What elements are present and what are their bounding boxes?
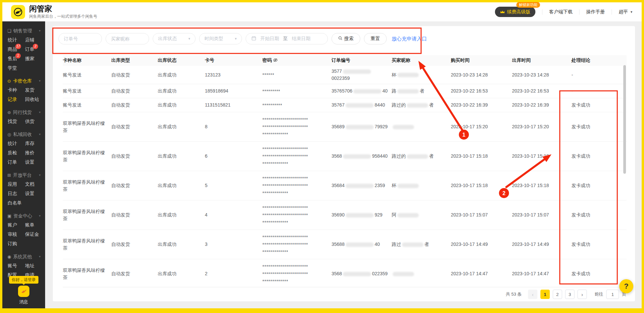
- sidebar-item-地址[interactable]: 地址: [25, 263, 34, 268]
- client-download-link[interactable]: 客户端下载: [549, 9, 572, 15]
- sidebar-item-订购[interactable]: 订购: [8, 241, 17, 246]
- cell-order-no: 357678440: [332, 98, 392, 112]
- app-subtitle: 闲鱼商家后台，一站式管理多个闲鱼号: [29, 14, 97, 19]
- sidebar-item-质检[interactable]: 质检: [8, 150, 17, 155]
- sidebar-section-head-private-recycle[interactable]: ◎私域回收▼: [7, 130, 42, 139]
- chevron-down-icon: ▼: [38, 133, 41, 136]
- sidebar-item-账户[interactable]: 账户: [8, 222, 17, 227]
- table-row: 账号发送自动发货出库成功1131515821**********35767844…: [63, 98, 627, 112]
- sidebar-item-发货[interactable]: 发货: [25, 88, 34, 93]
- sidebar-item-卡种[interactable]: 卡种: [8, 88, 17, 93]
- cell-password: ******: [262, 66, 332, 84]
- sidebar-item-统计[interactable]: 统计: [8, 141, 17, 146]
- sidebar-item-推价[interactable]: 推价: [25, 150, 34, 155]
- help-button[interactable]: ?: [619, 279, 633, 293]
- redacted-blur: [397, 213, 419, 217]
- cell-buy-time: 2023-10-22 16:39: [451, 98, 512, 112]
- sidebar-item-保证金[interactable]: 保证金: [25, 232, 39, 237]
- cell-buy-time: 2023-10-17 14:47: [451, 259, 512, 289]
- message-fish-icon[interactable]: [18, 286, 29, 297]
- sidebar-item-学堂[interactable]: 学堂: [8, 65, 17, 70]
- redacted-blur: [397, 89, 419, 94]
- sidebar-item-审核[interactable]: 审核: [8, 232, 17, 237]
- sidebar-section-head-funds-center[interactable]: ▣资金中心▼: [7, 211, 42, 221]
- cell-result: 发卡成功: [571, 230, 627, 259]
- cell-buy-time: 2023-10-22 16:53: [451, 84, 512, 98]
- chevron-down-icon: ▼: [234, 37, 237, 40]
- search-button[interactable]: 搜索: [332, 33, 360, 44]
- crown-icon: [500, 9, 505, 15]
- message-label[interactable]: 消息: [19, 299, 28, 305]
- login-tip-bubble[interactable]: 你好，请登录: [9, 276, 38, 284]
- sidebar-item-找货[interactable]: 找货: [8, 119, 17, 124]
- sidebar-item-设置[interactable]: 设置: [25, 160, 34, 165]
- sidebar-section-head-peer-sourcing[interactable]: ⊚同行找货▼: [7, 108, 42, 117]
- password-visibility-icon[interactable]: [273, 58, 278, 63]
- sidebar-item-账号[interactable]: 账号: [8, 263, 17, 268]
- redacted-blur: [397, 73, 419, 77]
- goto-page-input[interactable]: [606, 290, 619, 299]
- sidebar-item-设置[interactable]: 设置: [25, 191, 34, 196]
- date-range-picker[interactable]: 开始日期 至 结束日期: [246, 33, 328, 44]
- redacted-blur: [343, 272, 371, 276]
- cell-order-no: 35690929: [332, 200, 392, 230]
- buyer-nickname-input[interactable]: [106, 33, 149, 44]
- system-other-icon: ◉: [7, 255, 11, 259]
- sidebar-section-head-sales[interactable]: ❏销售管理▼: [7, 26, 42, 36]
- user-menu[interactable]: 趙平 ▼: [619, 9, 633, 15]
- reset-button[interactable]: 重置: [364, 33, 387, 44]
- manual-link[interactable]: 操作手册: [586, 9, 605, 15]
- sidebar-item-文档[interactable]: 文档: [25, 182, 34, 187]
- table-row: 账号发送自动发货出库成功123123******35770022359杯2023…: [63, 66, 627, 84]
- sidebar-item-搬家[interactable]: 搬家: [25, 56, 34, 61]
- chevron-down-icon: ▼: [188, 37, 191, 40]
- sidebar-item-商品[interactable]: 商品17: [8, 47, 17, 52]
- column-header-出库状态: 出库状态: [158, 55, 205, 66]
- cell-card-no: 123123: [205, 66, 262, 84]
- open-platform-icon: ⊞: [7, 173, 11, 177]
- order-no-input[interactable]: [58, 33, 102, 44]
- column-header-买家昵称: 买家昵称: [392, 55, 451, 66]
- sidebar-section-peer-sourcing: ⊚同行找货▼找货供货: [7, 108, 42, 128]
- sidebar-section-card-store: ⊙卡密仓库▼卡种发货记录回收站: [7, 76, 42, 106]
- vertical-scrollbar[interactable]: [623, 65, 626, 174]
- sidebar-item-记录[interactable]: 记录: [8, 97, 17, 102]
- next-page-button[interactable]: ›: [577, 290, 587, 299]
- prev-page-button[interactable]: ‹: [528, 290, 537, 299]
- private-recycle-icon: ◎: [7, 132, 11, 137]
- sidebar-item-订单[interactable]: 订单: [8, 160, 17, 165]
- fangxinchong-entry-link[interactable]: 放心充申请入口: [392, 36, 427, 42]
- records-table-wrap: 卡种名称出库类型出库状态卡号密码订单编号买家昵称购买时间出库时间处理结论 账号发…: [63, 55, 627, 289]
- column-header-密码: 密码: [262, 55, 332, 66]
- sidebar-item-日志[interactable]: 日志: [8, 191, 17, 196]
- page-button-1[interactable]: 1: [540, 290, 550, 299]
- cell-order-no: 3568840: [332, 230, 392, 259]
- sidebar-section-head-card-store[interactable]: ⊙卡密仓库▼: [7, 76, 42, 86]
- page-button-2[interactable]: 2: [553, 290, 562, 299]
- sidebar-item-应用[interactable]: 应用: [8, 182, 17, 187]
- sidebar-item-账单[interactable]: 账单: [25, 222, 34, 227]
- time-type-select[interactable]: 时间类型 ▼: [199, 33, 242, 44]
- filter-bar: 出库状态 ▼ 时间类型 ▼ 开始日期 至 结束日期: [58, 33, 427, 44]
- sidebar-item-订单[interactable]: 订单2: [25, 47, 34, 52]
- outbound-status-select[interactable]: 出库状态 ▼: [153, 33, 196, 44]
- cell-buyer-nickname: [392, 112, 451, 142]
- sidebar-item-库存[interactable]: 库存: [25, 141, 34, 146]
- sidebar-item-回收站[interactable]: 回收站: [25, 97, 39, 102]
- cell-buyer-nickname: 杯: [392, 66, 451, 84]
- sidebar-item-供货[interactable]: 供货: [25, 119, 34, 124]
- sidebar-section-head-system-other[interactable]: ◉系统其他▼: [7, 252, 42, 262]
- sidebar-item-白名单[interactable]: 白名单: [8, 200, 22, 205]
- sidebar-section-head-open-platform[interactable]: ⊞开放平台▼: [7, 170, 42, 180]
- page-button-3[interactable]: 3: [565, 290, 574, 299]
- redacted-blur: [343, 69, 371, 74]
- cell-result: 发卡成功: [571, 98, 627, 112]
- cell-password: ****************************************…: [262, 142, 332, 171]
- sidebar-item-店铺[interactable]: 店铺: [25, 37, 34, 42]
- renew-premium-button[interactable]: 续费高级版: [495, 7, 535, 17]
- outbound-status-value: 出库状态: [158, 36, 177, 42]
- sidebar-item-统计[interactable]: 统计: [8, 37, 17, 42]
- password-line: ***********************: [262, 204, 328, 211]
- cell-outbound-type: 自动发货: [111, 259, 158, 289]
- sidebar-item-售后[interactable]: 售后1: [8, 56, 17, 61]
